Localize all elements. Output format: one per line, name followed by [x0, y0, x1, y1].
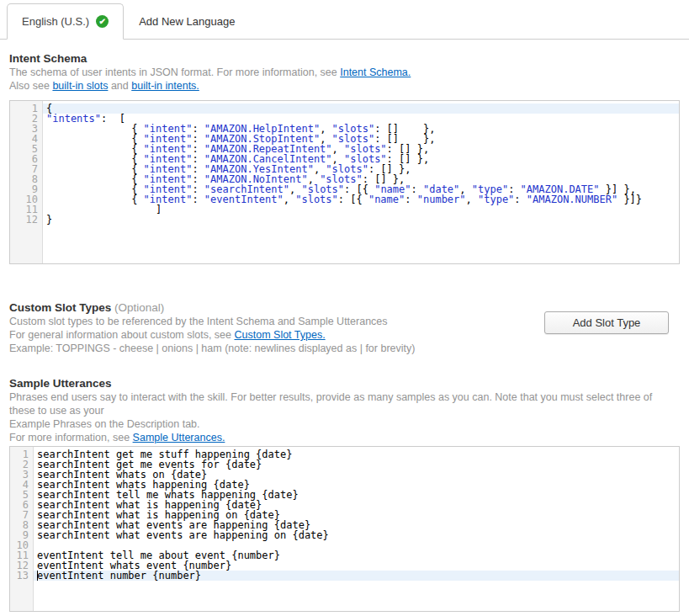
- sample-utterances-editor[interactable]: 12345678910111213 searchIntent get me st…: [9, 446, 680, 612]
- sample-utterances-doc-link[interactable]: Sample Utterances.: [133, 432, 225, 443]
- plain-token: ]: [46, 204, 162, 215]
- intent-schema-editor-code[interactable]: {"intents": [ { "intent": "AMAZON.HelpIn…: [43, 101, 679, 263]
- string-token: "eventIntent": [204, 194, 284, 205]
- line-number: 2: [10, 459, 33, 470]
- plain-token: }: [46, 214, 52, 226]
- intent-schema-editor[interactable]: 123456789101112 {"intents": [ { "intent"…: [9, 100, 680, 264]
- sample-utterances-editor-gutter: 12345678910111213: [10, 447, 34, 611]
- line-number: 13: [10, 571, 33, 581]
- line-number: 5: [10, 490, 33, 500]
- line-number: 7: [10, 510, 33, 520]
- description-line: The schema of user intents in JSON forma…: [9, 66, 680, 79]
- text: Also see: [9, 80, 52, 92]
- sample-utterances-description: Phrases end users say to interact with t…: [9, 390, 680, 444]
- intent-schema-heading: Intent Schema: [9, 52, 680, 66]
- text: For general information about custom slo…: [9, 329, 235, 341]
- string-token: "AMAZON.NUMBER": [527, 194, 617, 205]
- intent-schema-section: Intent Schema The schema of user intents…: [9, 52, 680, 264]
- text: Example Phrases on the Description tab.: [9, 418, 200, 430]
- sample-utterances-editor-code[interactable]: searchIntent get me stuff happening {dat…: [34, 447, 679, 611]
- text: Example: TOPPINGS - cheese | onions | ha…: [9, 343, 415, 354]
- string-token: "name": [368, 194, 405, 205]
- code-line[interactable]: {: [43, 104, 679, 114]
- tab-add-new-language[interactable]: Add New Language: [124, 4, 250, 39]
- plain-token: ,: [284, 194, 295, 205]
- intent-schema-description: The schema of user intents in JSON forma…: [9, 66, 680, 93]
- text: Phrases end users say to interact with t…: [9, 391, 652, 417]
- description-line: Example Phrases on the Description tab.: [9, 417, 680, 431]
- language-tabs: English (U.S.) ✔ Add New Language: [0, 0, 689, 40]
- description-line: Example: TOPPINGS - cheese | onions | ha…: [9, 342, 680, 355]
- tab-english-us-label: English (U.S.): [22, 15, 89, 28]
- plain-token: eventIntent number {number}: [37, 570, 201, 581]
- description-line: Phrases end users say to interact with t…: [9, 390, 680, 417]
- text: and: [108, 80, 131, 92]
- check-icon: ✔: [96, 15, 109, 28]
- built-in-intents-link[interactable]: built-in intents.: [131, 80, 199, 92]
- intent-schema-editor-gutter: 123456789101112: [10, 101, 43, 263]
- intent-schema-doc-link[interactable]: Intent Schema.: [340, 66, 411, 78]
- plain-token: :: [514, 194, 526, 205]
- custom-slot-types-section: Custom Slot Types (Optional) Custom slot…: [9, 301, 680, 355]
- plain-token: : [{: [338, 194, 368, 205]
- description-line: For more information, see Sample Utteran…: [9, 431, 680, 444]
- plain-token: }]}: [617, 194, 642, 205]
- line-number: 8: [10, 520, 33, 530]
- line-number: 12: [10, 215, 42, 225]
- text: For more information, see: [9, 432, 133, 443]
- text: The schema of user intents in JSON forma…: [9, 66, 340, 78]
- code-line[interactable]: searchIntent what events are happening o…: [34, 530, 679, 540]
- tab-english-us[interactable]: English (U.S.) ✔: [7, 3, 124, 40]
- code-line[interactable]: }: [43, 215, 679, 225]
- sample-utterances-heading: Sample Utterances: [9, 377, 680, 390]
- string-token: "number": [417, 194, 466, 205]
- string-token: "type": [478, 194, 514, 205]
- plain-token: :: [192, 194, 204, 205]
- interaction-model-page: Intent Schema The schema of user intents…: [0, 52, 689, 612]
- line-number: 6: [10, 500, 33, 510]
- code-line[interactable]: ]: [43, 204, 679, 215]
- add-slot-type-button[interactable]: Add Slot Type: [544, 311, 669, 334]
- plain-token: searchIntent what events are happening o…: [37, 529, 329, 541]
- custom-slot-types-doc-link[interactable]: Custom Slot Types.: [235, 329, 326, 341]
- line-number: 4: [10, 480, 33, 490]
- line-number: 1: [10, 449, 33, 459]
- text: Custom slot types to be referenced by th…: [9, 316, 388, 327]
- plain-token: :: [405, 194, 416, 205]
- optional-label: (Optional): [111, 301, 164, 314]
- code-line[interactable]: eventIntent number {number}: [34, 571, 679, 581]
- built-in-slots-link[interactable]: built-in slots: [52, 80, 108, 92]
- line-number: 3: [10, 470, 33, 480]
- plain-token: ,: [466, 194, 478, 205]
- text-cursor: [37, 571, 38, 581]
- string-token: "slots": [295, 194, 338, 205]
- sample-utterances-section: Sample Utterances Phrases end users say …: [9, 377, 680, 612]
- description-line: Also see built-in slots and built-in int…: [9, 79, 680, 93]
